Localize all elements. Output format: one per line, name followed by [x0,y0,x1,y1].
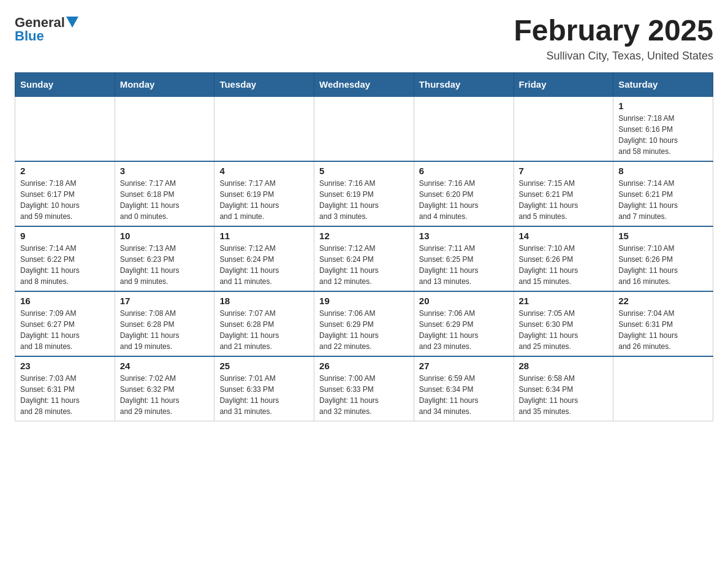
day-number: 13 [419,231,509,241]
day-number: 9 [20,231,110,241]
day-info: Sunrise: 7:12 AM Sunset: 6:24 PM Dayligh… [219,243,309,287]
day-number: 20 [419,296,509,306]
svg-marker-0 [66,17,78,28]
day-info: Sunrise: 7:13 AM Sunset: 6:23 PM Dayligh… [120,243,210,287]
day-info: Sunrise: 7:11 AM Sunset: 6:25 PM Dayligh… [419,243,509,287]
calendar-cell: 8Sunrise: 7:14 AM Sunset: 6:21 PM Daylig… [613,161,713,226]
day-info: Sunrise: 7:00 AM Sunset: 6:33 PM Dayligh… [319,373,409,417]
calendar-table: SundayMondayTuesdayWednesdayThursdayFrid… [15,72,713,421]
calendar-cell: 25Sunrise: 7:01 AM Sunset: 6:33 PM Dayli… [214,356,314,421]
calendar-cell: 11Sunrise: 7:12 AM Sunset: 6:24 PM Dayli… [214,226,314,291]
day-number: 27 [419,361,509,371]
calendar-cell [314,96,414,161]
calendar-cell [214,96,314,161]
day-number: 28 [519,361,609,371]
day-info: Sunrise: 7:15 AM Sunset: 6:21 PM Dayligh… [519,178,609,222]
logo-blue: Blue [15,28,44,44]
month-title: February 2025 [514,15,713,47]
day-number: 14 [519,231,609,241]
calendar-cell: 16Sunrise: 7:09 AM Sunset: 6:27 PM Dayli… [15,291,115,356]
day-number: 8 [618,166,708,176]
calendar-week-row: 2Sunrise: 7:18 AM Sunset: 6:17 PM Daylig… [15,161,713,226]
calendar-header-row: SundayMondayTuesdayWednesdayThursdayFrid… [15,72,713,96]
calendar-cell [414,96,514,161]
day-number: 24 [120,361,210,371]
day-info: Sunrise: 7:17 AM Sunset: 6:18 PM Dayligh… [120,178,210,222]
calendar-cell: 28Sunrise: 6:58 AM Sunset: 6:34 PM Dayli… [514,356,613,421]
calendar-cell [613,356,713,421]
calendar-cell: 2Sunrise: 7:18 AM Sunset: 6:17 PM Daylig… [15,161,115,226]
calendar-cell: 13Sunrise: 7:11 AM Sunset: 6:25 PM Dayli… [414,226,514,291]
day-info: Sunrise: 7:14 AM Sunset: 6:21 PM Dayligh… [618,178,708,222]
day-info: Sunrise: 7:16 AM Sunset: 6:19 PM Dayligh… [319,178,409,222]
calendar-week-row: 9Sunrise: 7:14 AM Sunset: 6:22 PM Daylig… [15,226,713,291]
day-number: 4 [219,166,309,176]
day-number: 12 [319,231,409,241]
day-number: 1 [618,101,708,111]
calendar-cell: 10Sunrise: 7:13 AM Sunset: 6:23 PM Dayli… [115,226,214,291]
day-number: 26 [319,361,409,371]
day-info: Sunrise: 7:10 AM Sunset: 6:26 PM Dayligh… [519,243,609,287]
day-info: Sunrise: 7:04 AM Sunset: 6:31 PM Dayligh… [618,308,708,352]
day-number: 22 [618,296,708,306]
calendar-cell: 7Sunrise: 7:15 AM Sunset: 6:21 PM Daylig… [514,161,613,226]
day-info: Sunrise: 6:58 AM Sunset: 6:34 PM Dayligh… [519,373,609,417]
calendar-cell: 3Sunrise: 7:17 AM Sunset: 6:18 PM Daylig… [115,161,214,226]
calendar-week-row: 23Sunrise: 7:03 AM Sunset: 6:31 PM Dayli… [15,356,713,421]
day-info: Sunrise: 7:02 AM Sunset: 6:32 PM Dayligh… [120,373,210,417]
day-info: Sunrise: 7:18 AM Sunset: 6:17 PM Dayligh… [20,178,110,222]
day-info: Sunrise: 7:18 AM Sunset: 6:16 PM Dayligh… [618,113,708,157]
calendar-week-row: 1Sunrise: 7:18 AM Sunset: 6:16 PM Daylig… [15,96,713,161]
calendar-week-row: 16Sunrise: 7:09 AM Sunset: 6:27 PM Dayli… [15,291,713,356]
day-info: Sunrise: 7:06 AM Sunset: 6:29 PM Dayligh… [319,308,409,352]
calendar-cell: 20Sunrise: 7:06 AM Sunset: 6:29 PM Dayli… [414,291,514,356]
title-section: February 2025 Sullivan City, Texas, Unit… [514,15,713,63]
day-number: 15 [618,231,708,241]
calendar-cell: 24Sunrise: 7:02 AM Sunset: 6:32 PM Dayli… [115,356,214,421]
day-number: 17 [120,296,210,306]
day-number: 16 [20,296,110,306]
calendar-cell: 4Sunrise: 7:17 AM Sunset: 6:19 PM Daylig… [214,161,314,226]
logo: General Blue [15,15,78,44]
day-number: 19 [319,296,409,306]
calendar-cell: 23Sunrise: 7:03 AM Sunset: 6:31 PM Dayli… [15,356,115,421]
calendar-header-saturday: Saturday [613,72,713,96]
day-info: Sunrise: 7:05 AM Sunset: 6:30 PM Dayligh… [519,308,609,352]
day-number: 21 [519,296,609,306]
day-number: 3 [120,166,210,176]
calendar-header-wednesday: Wednesday [314,72,414,96]
day-number: 23 [20,361,110,371]
calendar-header-tuesday: Tuesday [214,72,314,96]
calendar-cell: 15Sunrise: 7:10 AM Sunset: 6:26 PM Dayli… [613,226,713,291]
page-header: General Blue February 2025 Sullivan City… [15,15,713,63]
calendar-cell: 17Sunrise: 7:08 AM Sunset: 6:28 PM Dayli… [115,291,214,356]
day-number: 18 [219,296,309,306]
calendar-cell: 1Sunrise: 7:18 AM Sunset: 6:16 PM Daylig… [613,96,713,161]
calendar-header-monday: Monday [115,72,214,96]
calendar-cell: 6Sunrise: 7:16 AM Sunset: 6:20 PM Daylig… [414,161,514,226]
calendar-header-sunday: Sunday [15,72,115,96]
day-number: 6 [419,166,509,176]
day-number: 2 [20,166,110,176]
calendar-cell: 9Sunrise: 7:14 AM Sunset: 6:22 PM Daylig… [15,226,115,291]
day-number: 7 [519,166,609,176]
calendar-cell [514,96,613,161]
calendar-cell: 22Sunrise: 7:04 AM Sunset: 6:31 PM Dayli… [613,291,713,356]
calendar-cell: 14Sunrise: 7:10 AM Sunset: 6:26 PM Dayli… [514,226,613,291]
day-number: 11 [219,231,309,241]
calendar-header-friday: Friday [514,72,613,96]
day-info: Sunrise: 7:17 AM Sunset: 6:19 PM Dayligh… [219,178,309,222]
day-number: 25 [219,361,309,371]
calendar-cell [15,96,115,161]
calendar-cell: 26Sunrise: 7:00 AM Sunset: 6:33 PM Dayli… [314,356,414,421]
day-info: Sunrise: 7:16 AM Sunset: 6:20 PM Dayligh… [419,178,509,222]
logo-triangle-icon [66,17,78,29]
calendar-cell [115,96,214,161]
calendar-body: 1Sunrise: 7:18 AM Sunset: 6:16 PM Daylig… [15,96,713,421]
calendar-header-thursday: Thursday [414,72,514,96]
day-info: Sunrise: 7:14 AM Sunset: 6:22 PM Dayligh… [20,243,110,287]
day-number: 10 [120,231,210,241]
day-info: Sunrise: 7:03 AM Sunset: 6:31 PM Dayligh… [20,373,110,417]
day-info: Sunrise: 7:12 AM Sunset: 6:24 PM Dayligh… [319,243,409,287]
calendar-cell: 19Sunrise: 7:06 AM Sunset: 6:29 PM Dayli… [314,291,414,356]
